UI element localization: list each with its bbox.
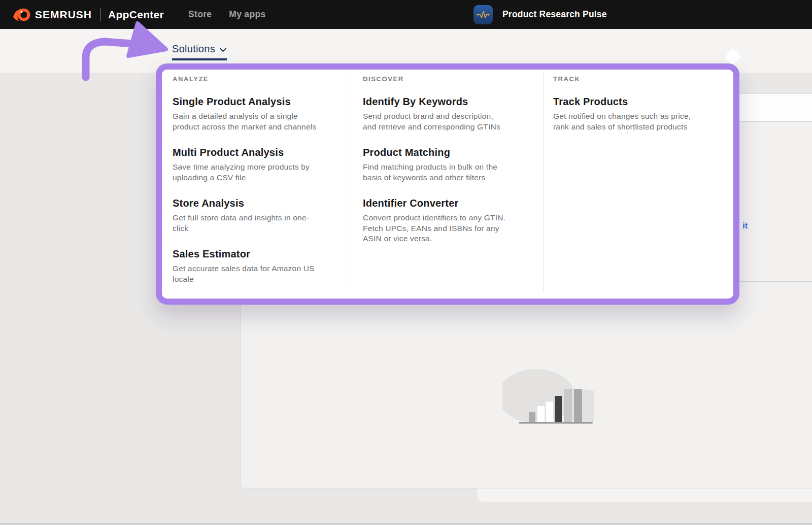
menu-item-description: Save time analyzing more products by upl… bbox=[173, 162, 340, 183]
brand-divider bbox=[100, 8, 101, 21]
menu-item-single-product-analysis[interactable]: Single Product Analysis Gain a detailed … bbox=[173, 95, 340, 132]
pulse-app-icon bbox=[473, 5, 493, 24]
menu-item-title: Store Analysis bbox=[173, 197, 340, 209]
current-app: Product Research Pulse bbox=[473, 0, 607, 29]
dropdown-column-track: TRACK Track Products Get notified on cha… bbox=[543, 70, 733, 299]
card-lower-band bbox=[477, 488, 812, 502]
column-header: DISCOVER bbox=[363, 75, 533, 83]
brand-appcenter[interactable]: AppCenter bbox=[108, 9, 164, 21]
menu-item-title: Single Product Analysis bbox=[173, 95, 340, 108]
menu-item-product-matching[interactable]: Product Matching Find matching products … bbox=[363, 146, 533, 183]
chevron-down-icon bbox=[219, 47, 227, 52]
nav-link-my-apps[interactable]: My apps bbox=[229, 9, 265, 20]
bottom-edge bbox=[0, 523, 812, 525]
partially-hidden-link[interactable]: it bbox=[742, 221, 748, 231]
solutions-dropdown-panel: ANALYZE Single Product Analysis Gain a d… bbox=[156, 63, 739, 305]
menu-item-identifier-converter[interactable]: Identifier Converter Convert product ide… bbox=[363, 197, 533, 244]
solutions-dropdown-trigger[interactable]: Solutions bbox=[172, 43, 227, 60]
menu-item-description: Find matching products in bulk on the ba… bbox=[363, 162, 533, 183]
menu-item-title: Identify By Keywords bbox=[363, 95, 533, 108]
column-header: TRACK bbox=[553, 75, 726, 83]
column-divider bbox=[350, 71, 350, 292]
menu-item-title: Track Products bbox=[553, 95, 726, 108]
menu-item-description: Send product brand and description, and … bbox=[363, 111, 533, 132]
menu-item-identify-by-keywords[interactable]: Identify By Keywords Send product brand … bbox=[363, 95, 533, 132]
dropdown-column-discover: DISCOVER Identify By Keywords Send produ… bbox=[350, 70, 543, 299]
menu-item-title: Product Matching bbox=[363, 146, 533, 158]
nav-link-store[interactable]: Store bbox=[188, 9, 212, 20]
menu-item-title: Identifier Converter bbox=[363, 197, 533, 209]
menu-item-description: Get full store data and insights in one-… bbox=[173, 213, 340, 234]
menu-item-title: Multi Product Analysis bbox=[173, 146, 340, 158]
menu-item-multi-product-analysis[interactable]: Multi Product Analysis Save time analyzi… bbox=[173, 146, 340, 183]
dropdown-column-analyze: ANALYZE Single Product Analysis Gain a d… bbox=[162, 70, 350, 299]
menu-item-description: Get accurate sales data for Amazon US lo… bbox=[173, 264, 340, 284]
menu-item-track-products[interactable]: Track Products Get notified on changes s… bbox=[553, 95, 726, 132]
bar-chart-illustration bbox=[502, 350, 594, 426]
semrush-logo-icon[interactable] bbox=[12, 5, 30, 24]
app-title: Product Research Pulse bbox=[502, 9, 607, 20]
column-divider bbox=[543, 71, 544, 292]
solutions-label: Solutions bbox=[172, 43, 215, 55]
menu-item-sales-estimator[interactable]: Sales Estimator Get accurate sales data … bbox=[173, 248, 340, 284]
menu-item-description: Get notified on changes such as price, r… bbox=[553, 111, 726, 132]
brand-semrush[interactable]: SEMRUSH bbox=[35, 9, 92, 21]
column-header: ANALYZE bbox=[173, 75, 340, 83]
menu-item-store-analysis[interactable]: Store Analysis Get full store data and i… bbox=[173, 197, 340, 234]
top-navbar: SEMRUSH AppCenter Store My apps Product … bbox=[0, 0, 812, 29]
menu-item-description: Gain a detailed analysis of a single pro… bbox=[173, 111, 340, 132]
menu-item-description: Convert product identifiers to any GTIN.… bbox=[363, 213, 533, 244]
menu-item-title: Sales Estimator bbox=[173, 248, 340, 260]
